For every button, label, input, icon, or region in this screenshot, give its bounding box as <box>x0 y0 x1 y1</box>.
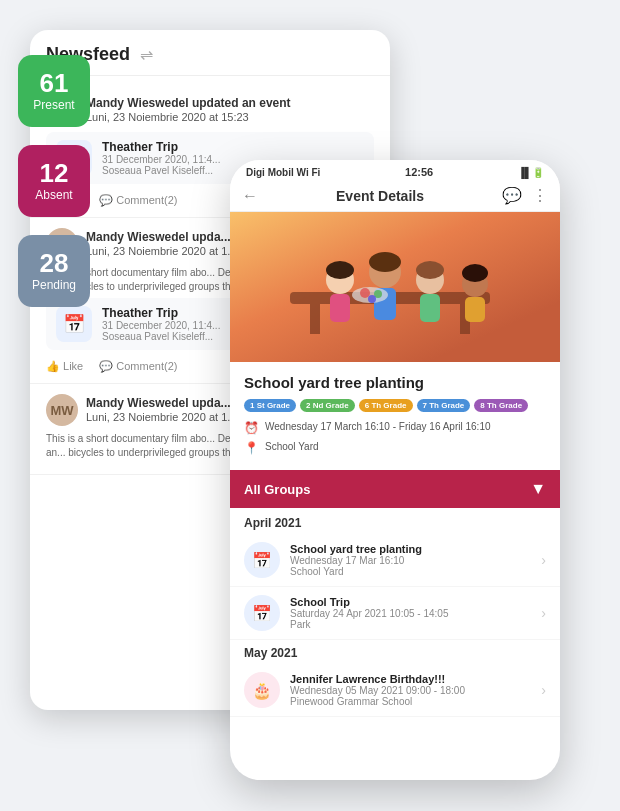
absent-label: Absent <box>35 188 72 202</box>
event-date-range: Wednesday 17 March 16:10 - Friday 16 Apr… <box>265 420 491 434</box>
month-header-may: May 2021 <box>230 640 560 664</box>
event-list-text: School Trip Saturday 24 Apr 2021 10:05 -… <box>290 596 531 630</box>
event-list-date: Wednesday 05 May 2021 09:00 - 18:00 <box>290 685 531 696</box>
event-list-date: Saturday 24 Apr 2021 10:05 - 14:05 <box>290 608 531 619</box>
dropdown-icon: ▼ <box>530 480 546 498</box>
event-card-info: Theather Trip 31 December 2020, 11:4... … <box>102 306 220 342</box>
news-date: Luni, 23 Noiembrie 2020 at 15:23 <box>86 110 291 124</box>
list-item[interactable]: 📅 School Trip Saturday 24 Apr 2021 10:05… <box>230 587 560 640</box>
status-icons: ▐▌🔋 <box>518 167 544 178</box>
event-list-place: Park <box>290 619 531 630</box>
event-date-row: ⏰ Wednesday 17 March 16:10 - Friday 16 A… <box>244 420 546 435</box>
back-icon[interactable]: ← <box>242 187 258 205</box>
news-author: Mandy Wieswedel upda... <box>86 230 236 244</box>
event-details-body: School yard tree planting 1 St Grade 2 N… <box>230 362 560 468</box>
news-meta: MW Mandy Wieswedel updated an event Luni… <box>46 94 374 126</box>
news-author: Mandy Wieswedel upda... <box>86 396 236 410</box>
event-list-title: Jennifer Lawrence Birthday!!! <box>290 673 531 685</box>
tag-6th-grade: 6 Th Grade <box>359 399 413 412</box>
event-list-text: Jennifer Lawrence Birthday!!! Wednesday … <box>290 673 531 707</box>
badge-pending: 28 Pending <box>18 235 90 307</box>
nav-title: Event Details <box>268 188 492 204</box>
event-icon-blue: 📅 <box>244 595 280 631</box>
comment-button[interactable]: 💬 Comment(2) <box>99 360 177 373</box>
badge-absent: 12 Absent <box>18 145 90 217</box>
event-list-date: Wednesday 17 Mar 16:10 <box>290 555 531 566</box>
event-name: School yard tree planting <box>244 374 546 391</box>
carrier: Digi Mobil Wi Fi <box>246 167 320 178</box>
tag-2nd-grade: 2 Nd Grade <box>300 399 355 412</box>
news-meta-info: Mandy Wieswedel updated an event Luni, 2… <box>86 96 291 124</box>
svg-point-8 <box>326 261 354 279</box>
svg-rect-14 <box>420 294 440 322</box>
tag-7th-grade: 7 Th Grade <box>417 399 471 412</box>
svg-point-10 <box>416 261 444 279</box>
svg-rect-12 <box>330 294 350 322</box>
event-hero-image <box>230 212 560 362</box>
event-icon-pink: 🎂 <box>244 672 280 708</box>
chevron-right-icon: › <box>541 682 546 698</box>
news-date: Luni, 23 Noiembrie 2020 at 1... <box>86 410 236 424</box>
chat-icon[interactable]: 💬 <box>502 186 522 205</box>
more-icon[interactable]: ⋮ <box>532 186 548 205</box>
event-list-place: School Yard <box>290 566 531 577</box>
news-meta-info: Mandy Wieswedel upda... Luni, 23 Noiembr… <box>86 396 236 424</box>
event-location-row: 📍 School Yard <box>244 440 546 455</box>
pending-label: Pending <box>32 278 76 292</box>
news-meta-info: Mandy Wieswedel upda... Luni, 23 Noiembr… <box>86 230 236 258</box>
comment-button[interactable]: 💬 Comment(2) <box>99 194 177 207</box>
event-date: 31 December 2020, 11:4... <box>102 154 220 165</box>
event-list-text: School yard tree planting Wednesday 17 M… <box>290 543 531 577</box>
month-header-april: April 2021 <box>230 508 560 534</box>
news-author: Mandy Wieswedel updated an event <box>86 96 291 110</box>
svg-point-11 <box>462 264 488 282</box>
status-bar: Digi Mobil Wi Fi 12:56 ▐▌🔋 <box>230 160 560 180</box>
svg-point-19 <box>368 295 376 303</box>
like-button[interactable]: 👍 Like <box>46 360 83 373</box>
event-location: School Yard <box>265 440 319 454</box>
svg-rect-2 <box>310 304 320 334</box>
pending-count: 28 <box>40 250 69 276</box>
location-icon: 📍 <box>244 441 259 455</box>
event-tags: 1 St Grade 2 Nd Grade 6 Th Grade 7 Th Gr… <box>244 399 546 412</box>
tag-8th-grade: 8 Th Grade <box>474 399 528 412</box>
phone: Digi Mobil Wi Fi 12:56 ▐▌🔋 ← Event Detai… <box>230 160 560 780</box>
list-item[interactable]: 📅 School yard tree planting Wednesday 17… <box>230 534 560 587</box>
svg-rect-0 <box>230 212 560 362</box>
time: 12:56 <box>405 166 433 178</box>
event-list-title: School yard tree planting <box>290 543 531 555</box>
present-count: 61 <box>40 70 69 96</box>
event-list-title: School Trip <box>290 596 531 608</box>
chevron-right-icon: › <box>541 552 546 568</box>
clock-icon: ⏰ <box>244 421 259 435</box>
avatar: MW <box>46 394 78 426</box>
event-list-place: Pinewood Grammar School <box>290 696 531 707</box>
calendar-icon: 📅 <box>56 306 92 342</box>
svg-point-9 <box>369 252 401 272</box>
event-card-info: Theather Trip 31 December 2020, 11:4... … <box>102 140 220 176</box>
absent-count: 12 <box>40 160 69 186</box>
svg-point-17 <box>360 288 370 298</box>
groups-label: All Groups <box>244 482 530 497</box>
event-icon-blue: 📅 <box>244 542 280 578</box>
event-location: Soseaua Pavel Kiseleff... <box>102 331 220 342</box>
svg-rect-15 <box>465 297 485 322</box>
phone-nav: ← Event Details 💬 ⋮ <box>230 180 560 212</box>
events-list: April 2021 📅 School yard tree planting W… <box>230 508 560 717</box>
event-title: Theather Trip <box>102 140 220 154</box>
badge-present: 61 Present <box>18 55 90 127</box>
tag-1st-grade: 1 St Grade <box>244 399 296 412</box>
news-date: Luni, 23 Noiembrie 2020 at 1... <box>86 244 236 258</box>
present-label: Present <box>33 98 74 112</box>
groups-dropdown[interactable]: All Groups ▼ <box>230 470 560 508</box>
event-location: Soseaua Pavel Kiseleff... <box>102 165 220 176</box>
event-date: 31 December 2020, 11:4... <box>102 320 220 331</box>
chevron-right-icon: › <box>541 605 546 621</box>
event-title: Theather Trip <box>102 306 220 320</box>
list-item[interactable]: 🎂 Jennifer Lawrence Birthday!!! Wednesda… <box>230 664 560 717</box>
filter-icon[interactable]: ⇌ <box>140 45 153 64</box>
